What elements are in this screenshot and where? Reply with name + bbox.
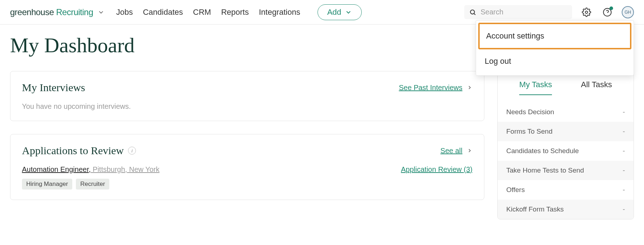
- search-input[interactable]: [480, 8, 567, 16]
- avatar-button[interactable]: GH: [622, 6, 634, 18]
- task-row-take-home-tests[interactable]: Take Home Tests to Send -: [498, 161, 634, 180]
- brand-part1: greenhouse: [10, 7, 56, 17]
- tab-my-tasks[interactable]: My Tasks: [519, 80, 552, 95]
- tasks-panel: My Tasks All Tasks Needs Decision - Form…: [497, 71, 634, 219]
- task-label: Kickoff Form Tasks: [506, 205, 564, 213]
- my-interviews-card: My Interviews See Past Interviews You ha…: [10, 71, 484, 121]
- job-line: Automation Engineer, Pittsburgh, New Yor…: [22, 165, 159, 174]
- task-row-needs-decision[interactable]: Needs Decision -: [498, 102, 634, 122]
- search-box[interactable]: [464, 5, 572, 19]
- role-tags: Hiring Manager Recruiter: [22, 179, 159, 190]
- left-column: My Interviews See Past Interviews You ha…: [10, 71, 484, 200]
- application-review-link[interactable]: Application Review (3): [401, 165, 472, 174]
- task-label: Candidates to Schedule: [506, 147, 579, 155]
- info-icon[interactable]: i: [128, 147, 136, 155]
- nav-crm[interactable]: CRM: [193, 8, 211, 17]
- job-title-link[interactable]: Automation Engineer,: [22, 165, 91, 173]
- application-row: Automation Engineer, Pittsburgh, New Yor…: [22, 165, 472, 190]
- tab-all-tasks[interactable]: All Tasks: [581, 80, 612, 95]
- see-past-label: See Past Interviews: [399, 84, 462, 92]
- task-label: Forms To Send: [506, 128, 552, 135]
- task-row-forms-to-send[interactable]: Forms To Send -: [498, 122, 634, 141]
- help-button[interactable]: [601, 6, 614, 19]
- page-body: My Interviews See Past Interviews You ha…: [0, 60, 644, 230]
- task-value: -: [623, 186, 625, 194]
- see-all-label: See all: [440, 147, 462, 155]
- chevron-right-icon: [467, 148, 472, 153]
- nav-reports[interactable]: Reports: [221, 8, 249, 17]
- task-row-candidates-to-schedule[interactable]: Candidates to Schedule -: [498, 141, 634, 161]
- chevron-down-icon: [345, 9, 352, 16]
- notification-dot-icon: [609, 6, 613, 10]
- user-dropdown: Account settings Log out: [476, 20, 634, 76]
- task-value: -: [623, 147, 625, 155]
- see-past-interviews-link[interactable]: See Past Interviews: [399, 84, 472, 92]
- task-label: Take Home Tests to Send: [506, 166, 584, 174]
- my-interviews-title: My Interviews: [22, 81, 85, 94]
- add-label: Add: [327, 8, 341, 17]
- avatar-initials: GH: [625, 10, 631, 15]
- job-location-link[interactable]: Pittsburgh, New York: [91, 165, 159, 173]
- nav-jobs[interactable]: Jobs: [116, 8, 133, 17]
- task-value: -: [623, 128, 625, 135]
- nav-candidates[interactable]: Candidates: [143, 8, 183, 17]
- dropdown-log-out[interactable]: Log out: [478, 49, 631, 73]
- settings-button[interactable]: [580, 6, 593, 19]
- svg-point-0: [470, 10, 474, 14]
- brand-part2: Recruiting: [56, 7, 93, 17]
- dropdown-account-settings[interactable]: Account settings: [478, 23, 631, 49]
- interviews-empty-text: You have no upcoming interviews.: [22, 102, 472, 111]
- task-row-kickoff-form[interactable]: Kickoff Form Tasks -: [498, 200, 634, 219]
- task-label: Offers: [506, 186, 525, 194]
- task-row-offers[interactable]: Offers -: [498, 180, 634, 200]
- nav-integrations[interactable]: Integrations: [259, 8, 300, 17]
- gear-icon: [582, 8, 591, 17]
- search-icon: [469, 8, 476, 16]
- task-list: Needs Decision - Forms To Send - Candida…: [498, 102, 634, 219]
- primary-nav: Jobs Candidates CRM Reports Integrations: [116, 8, 300, 17]
- tag-hiring-manager: Hiring Manager: [22, 179, 72, 190]
- chevron-right-icon: [467, 85, 472, 90]
- svg-line-1: [474, 13, 475, 15]
- applications-title: Applications to Review: [22, 144, 124, 157]
- svg-point-2: [585, 11, 588, 13]
- see-all-applications-link[interactable]: See all: [440, 147, 472, 155]
- tag-recruiter: Recruiter: [76, 179, 109, 190]
- add-button[interactable]: Add: [318, 4, 362, 20]
- task-value: -: [623, 108, 625, 116]
- applications-card: Applications to Review i See all Automat…: [10, 134, 484, 200]
- brand-text: greenhouse Recruiting: [10, 7, 93, 17]
- task-value: -: [623, 205, 625, 213]
- brand-chevron-down-icon[interactable]: [97, 9, 105, 16]
- task-value: -: [623, 166, 625, 174]
- brand-logo[interactable]: greenhouse Recruiting: [10, 7, 105, 17]
- task-label: Needs Decision: [506, 108, 554, 116]
